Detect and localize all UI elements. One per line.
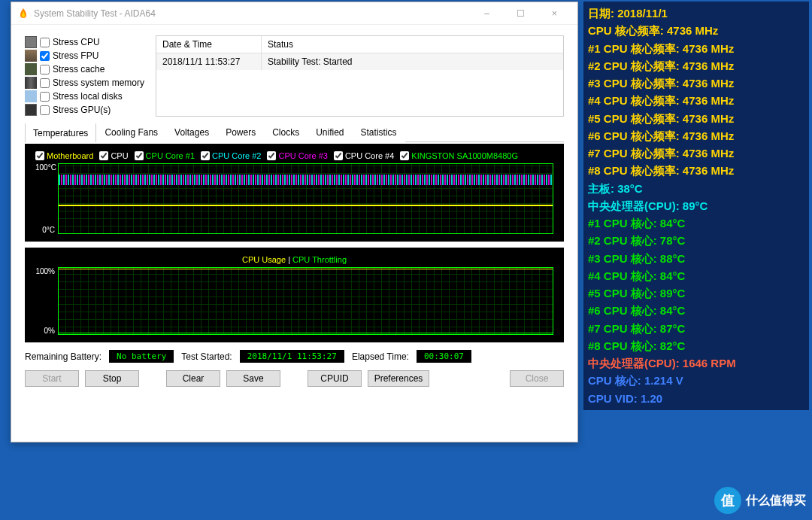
legend-c4-checkbox[interactable]: [334, 151, 343, 160]
osd-t4: #4 CPU 核心: 84°C: [588, 267, 804, 284]
stress-disk-checkbox[interactable]: [40, 92, 50, 102]
button-row: Start Stop Clear Save CPUID Preferences …: [25, 370, 564, 387]
status-row: Remaining Battery: No battery Test Start…: [25, 350, 564, 363]
legend-mb: Motherboard: [47, 151, 93, 160]
osd-cpufreq: CPU 核心频率: 4736 MHz: [588, 22, 804, 39]
stress-cache-checkbox[interactable]: [40, 65, 50, 75]
osd-t2: #2 CPU 核心: 78°C: [588, 232, 804, 249]
osd-t3: #3 CPU 核心: 88°C: [588, 250, 804, 267]
memory-icon: [25, 77, 37, 89]
maximize-button[interactable]: ☐: [504, 3, 538, 24]
tab-powers[interactable]: Powers: [217, 123, 264, 142]
minimize-button[interactable]: –: [470, 3, 504, 24]
tab-statistics[interactable]: Statistics: [353, 123, 405, 142]
throttling-label: CPU Throttling: [292, 255, 347, 264]
osd-mbtemp: 主板: 38°C: [588, 180, 804, 197]
osd-c6: #6 CPU 核心频率: 4736 MHz: [588, 127, 804, 144]
tab-temperatures[interactable]: Temperatures: [25, 123, 96, 142]
osd-c7: #7 CPU 核心频率: 4736 MHz: [588, 144, 804, 162]
log-header-status[interactable]: Status: [262, 36, 563, 53]
watermark-text: 什么值得买: [746, 493, 806, 509]
mb-temp-line: [59, 205, 553, 206]
watermark-badge: 值: [714, 487, 741, 514]
elapsed-value: 00:30:07: [417, 350, 471, 363]
tab-unified[interactable]: Unified: [308, 123, 352, 142]
legend-c2-checkbox[interactable]: [201, 151, 210, 160]
osd-vid: CPU VID: 1.20: [588, 390, 804, 407]
osd-t6: #6 CPU 核心: 84°C: [588, 302, 804, 319]
content-area: Stress CPU Stress FPU Stress cache Stres…: [11, 25, 577, 397]
osd-c4: #4 CPU 核心频率: 4736 MHz: [588, 92, 804, 109]
usage-label: CPU Usage: [242, 255, 286, 264]
cache-icon: [25, 63, 37, 75]
stop-button[interactable]: Stop: [85, 370, 139, 387]
log-status: Stability Test: Started: [262, 53, 563, 70]
tab-clocks[interactable]: Clocks: [264, 123, 308, 142]
legend-ssd-checkbox[interactable]: [400, 151, 409, 160]
osd-t7: #7 CPU 核心: 87°C: [588, 320, 804, 337]
usage-graph-container: 100% 0% 100% 0%: [35, 267, 553, 335]
legend-cpu-checkbox[interactable]: [99, 151, 108, 160]
legend-c1: CPU Core #1: [146, 151, 195, 160]
osd-t5: #5 CPU 核心: 89°C: [588, 284, 804, 302]
legend-cpu: CPU: [111, 151, 128, 160]
usage-graph-panel: CPU Usage | CPU Throttling 100% 0% 100% …: [25, 248, 564, 342]
watermark: 值 什么值得买: [714, 487, 806, 514]
usage-line: [59, 269, 553, 269]
battery-value: No battery: [109, 350, 174, 363]
window-controls: – ☐ ×: [470, 3, 571, 24]
log-row[interactable]: 2018/11/1 11:53:27 Stability Test: Start…: [156, 53, 563, 70]
usage-y-top: 100%: [35, 267, 58, 275]
save-button[interactable]: Save: [226, 370, 280, 387]
stress-cpu-label: Stress CPU: [53, 37, 100, 47]
osd-rpm: 中央处理器(CPU): 1646 RPM: [588, 354, 804, 372]
osd-c3: #3 CPU 核心频率: 4736 MHz: [588, 75, 804, 92]
stress-options: Stress CPU Stress FPU Stress cache Stres…: [25, 35, 147, 117]
osd-t1: #1 CPU 核心: 84°C: [588, 214, 804, 232]
stress-gpu-checkbox[interactable]: [40, 105, 50, 115]
temp-y-top: 100°C: [35, 163, 58, 172]
disk-icon: [25, 90, 37, 102]
preferences-button[interactable]: Preferences: [368, 370, 429, 387]
osd-c8: #8 CPU 核心频率: 4736 MHz: [588, 162, 804, 179]
window-title: System Stability Test - AIDA64: [34, 8, 470, 19]
legend-mb-checkbox[interactable]: [35, 151, 44, 160]
temp-traces: [59, 175, 553, 185]
cpuid-button[interactable]: CPUID: [308, 370, 362, 387]
started-value: 2018/11/1 11:53:27: [240, 350, 344, 363]
tab-bar: Temperatures Cooling Fans Voltages Power…: [25, 123, 564, 142]
throttle-line: [59, 333, 553, 333]
aida64-window: System Stability Test - AIDA64 – ☐ × Str…: [11, 2, 578, 442]
osd-c2: #2 CPU 核心频率: 4736 MHz: [588, 57, 804, 75]
usage-graph-title: CPU Usage | CPU Throttling: [35, 255, 553, 264]
close-button[interactable]: Close: [510, 370, 564, 387]
elapsed-label: Elapsed Time:: [352, 351, 409, 362]
clear-button[interactable]: Clear: [166, 370, 220, 387]
stress-cache-label: Stress cache: [53, 64, 105, 75]
titlebar[interactable]: System Stability Test - AIDA64 – ☐ ×: [11, 2, 577, 25]
flame-icon: [17, 8, 29, 20]
close-window-button[interactable]: ×: [538, 3, 571, 24]
start-button[interactable]: Start: [25, 370, 79, 387]
started-label: Test Started:: [181, 351, 232, 362]
temperature-graph-panel: Motherboard CPU CPU Core #1 CPU Core #2 …: [25, 144, 564, 242]
stress-fpu-label: Stress FPU: [53, 50, 98, 61]
stress-cpu-checkbox[interactable]: [40, 38, 50, 47]
battery-label: Remaining Battery:: [25, 351, 102, 362]
tab-voltages[interactable]: Voltages: [166, 123, 217, 142]
stress-mem-label: Stress system memory: [53, 78, 144, 88]
osd-vcore: CPU 核心: 1.214 V: [588, 372, 804, 389]
log-datetime: 2018/11/1 11:53:27: [156, 53, 262, 70]
usage-y-bot: 0%: [35, 327, 58, 335]
osd-cputemp: 中央处理器(CPU): 89°C: [588, 197, 804, 214]
log-header-datetime[interactable]: Date & Time: [156, 36, 262, 53]
osd-c5: #5 CPU 核心频率: 4736 MHz: [588, 110, 804, 127]
tab-cooling[interactable]: Cooling Fans: [96, 123, 166, 142]
legend-c3-checkbox[interactable]: [267, 151, 276, 160]
stress-disk-label: Stress local disks: [53, 91, 123, 102]
stress-fpu-checkbox[interactable]: [40, 51, 50, 61]
stress-mem-checkbox[interactable]: [40, 78, 50, 88]
legend-c4: CPU Core #4: [345, 151, 394, 160]
legend-c3: CPU Core #3: [278, 151, 327, 160]
legend-c1-checkbox[interactable]: [135, 151, 144, 160]
